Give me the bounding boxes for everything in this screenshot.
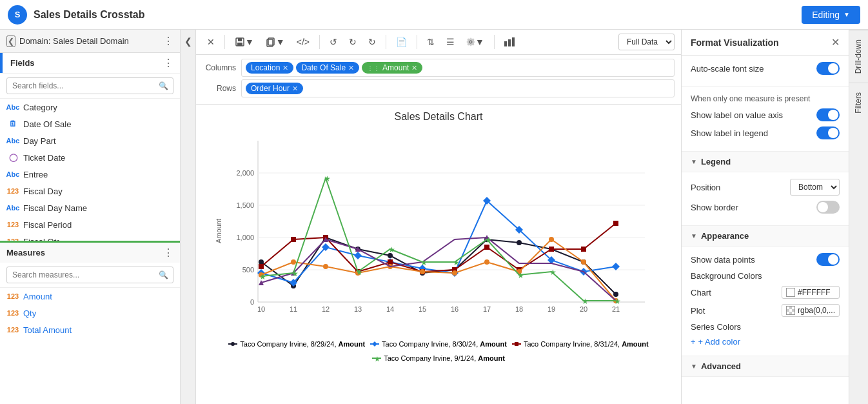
columns-label: Columns [202, 63, 241, 72]
svg-text:10: 10 [257, 305, 265, 313]
panel-close-button[interactable]: ✕ [831, 36, 840, 48]
refresh-button[interactable]: ↻ [364, 34, 380, 50]
history-button[interactable]: 📄 [391, 34, 411, 50]
svg-text:★: ★ [259, 272, 266, 281]
field-item[interactable]: Abc Fiscal Day Name [0, 199, 180, 216]
panel-scroll: Auto-scale font size When only one measu… [682, 56, 849, 404]
chart-color-row: Chart #FFFFFF [691, 286, 840, 299]
field-item[interactable]: Abc Category [0, 99, 180, 116]
auto-scale-row: Auto-scale font size [691, 62, 840, 75]
show-label-value-toggle[interactable] [816, 108, 840, 121]
redo-button[interactable]: ↻ [344, 34, 361, 50]
fields-menu-button[interactable]: ⋮ [163, 57, 173, 69]
svg-text:1,500: 1,500 [236, 201, 254, 209]
y-axis-label: Amount [215, 219, 222, 243]
app-logo: S [8, 5, 27, 25]
chart-color-input[interactable]: #FFFFFF [782, 286, 840, 299]
gear-button[interactable]: ▼ [462, 34, 489, 50]
svg-text:20: 20 [580, 305, 587, 313]
separator [319, 35, 320, 49]
svg-point-74 [484, 259, 489, 265]
calendar-icon: 🗓 [6, 119, 19, 129]
svg-point-76 [549, 237, 554, 242]
field-item[interactable]: ◯ Ticket Date [0, 149, 180, 166]
remove-location-button[interactable]: ✕ [282, 64, 288, 72]
location-pill[interactable]: Location ✕ [246, 62, 293, 74]
add-color-button[interactable]: + + Add color [691, 334, 740, 349]
chart-area: Sales Details Chart Amount 0 [196, 105, 681, 404]
show-label-legend-toggle[interactable] [816, 126, 840, 139]
background-colors-label: Background Colors [691, 271, 762, 281]
editing-button[interactable]: Editing ▼ [802, 6, 860, 24]
fields-search-input[interactable] [6, 77, 173, 94]
svg-point-68 [291, 259, 296, 265]
nav-left-button[interactable]: ❮ [184, 36, 192, 46]
chevron-down-icon: ▼ [843, 11, 850, 18]
field-item[interactable]: Abc Day Part [0, 132, 180, 149]
svg-rect-101 [515, 342, 518, 346]
remove-amount-button[interactable]: ✕ [411, 64, 417, 72]
show-border-row: Show border [691, 201, 840, 214]
legend-section-label: Legend [701, 157, 731, 167]
save-button[interactable]: ▼ [230, 34, 259, 50]
show-border-toggle[interactable] [816, 201, 840, 214]
plot-color-input[interactable]: rgba(0,0,... [782, 304, 840, 317]
svg-text:18: 18 [515, 305, 523, 313]
undo-button[interactable]: ↺ [325, 34, 342, 50]
measure-item[interactable]: 123 Qty [0, 305, 180, 321]
measure-item[interactable]: 123 Amount [0, 288, 180, 305]
remove-date-button[interactable]: ✕ [348, 64, 354, 72]
svg-text:★: ★ [388, 245, 395, 254]
field-item[interactable]: 123 Fiscal Period [0, 216, 180, 233]
field-item[interactable]: 123 Fiscal Qtr [0, 233, 180, 241]
order-hour-pill[interactable]: Order Hour ✕ [246, 83, 303, 94]
svg-point-97 [231, 342, 235, 346]
field-item[interactable]: Abc Entree [0, 166, 180, 183]
svg-marker-54 [612, 263, 620, 270]
number-icon: 123 [6, 219, 19, 230]
advanced-section-header[interactable]: ▼ Advanced [682, 356, 849, 377]
chart-color-swatch [786, 288, 795, 297]
sort-button[interactable]: ⇅ [422, 34, 439, 50]
measures-menu-button[interactable]: ⋮ [163, 247, 173, 259]
filters-tab[interactable]: Filters [849, 83, 868, 123]
remove-order-hour-button[interactable]: ✕ [292, 85, 298, 93]
chart-container: 0 500 1,000 1,500 2,000 10 11 12 13 14 1… [226, 128, 651, 334]
svg-text:2,000: 2,000 [236, 169, 254, 177]
legend-section-header[interactable]: ▼ Legend [682, 152, 849, 172]
code-button[interactable]: </> [292, 34, 314, 50]
svg-point-69 [323, 264, 328, 269]
field-item[interactable]: 123 Fiscal Day [0, 183, 180, 199]
copy-button[interactable]: ▼ [261, 34, 290, 50]
measures-header: Measures ⋮ [0, 243, 180, 263]
svg-rect-56 [291, 237, 296, 242]
measure-item[interactable]: 123 Total Amount [0, 321, 180, 338]
svg-text:★: ★ [374, 355, 380, 363]
number-icon: 123 [6, 308, 19, 318]
show-label-value-label: Show label on value axis [691, 110, 783, 120]
svg-text:1,000: 1,000 [236, 234, 254, 241]
amount-pill[interactable]: ⋮⋮ Amount ✕ [362, 62, 422, 74]
sidebar-collapse-button[interactable]: ❮ [6, 35, 15, 47]
measures-search-input[interactable] [6, 267, 173, 283]
measures-label: Measures [6, 248, 45, 258]
data-mode-select[interactable]: Full Data Sample No Data [618, 34, 675, 50]
drill-down-tab[interactable]: Drill-down [849, 30, 868, 83]
series-colors-label: Series Colors [691, 322, 741, 332]
svg-rect-62 [484, 245, 489, 250]
table-button[interactable]: ☰ [442, 34, 459, 50]
one-measure-label: When only one measure is present [691, 94, 810, 103]
separator [224, 35, 225, 49]
domain-menu-button[interactable]: ⋮ [163, 35, 173, 47]
legend-item: Taco Company Irvine, 8/30/24, Amount [370, 339, 507, 348]
number-icon: 123 [6, 291, 19, 301]
svg-text:19: 19 [547, 305, 555, 313]
close-button[interactable]: ✕ [202, 34, 219, 50]
chart-type-button[interactable] [500, 34, 519, 50]
position-select[interactable]: Bottom Top Left Right None [790, 179, 840, 196]
auto-scale-toggle[interactable] [816, 62, 840, 75]
appearance-section-header[interactable]: ▼ Appearance [682, 226, 849, 247]
field-item[interactable]: 🗓 Date Of Sale [0, 116, 180, 132]
show-data-points-toggle[interactable] [816, 253, 840, 266]
date-of-sale-pill[interactable]: Date Of Sale ✕ [296, 62, 359, 74]
